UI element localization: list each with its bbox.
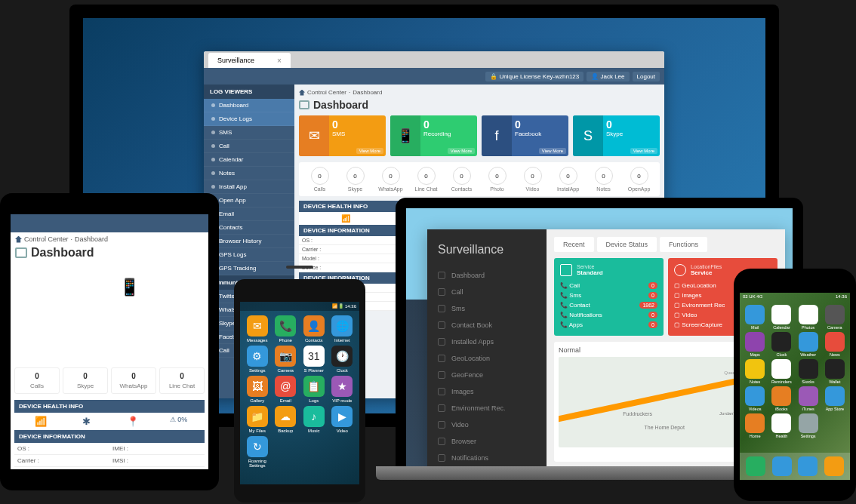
home-icon[interactable] — [15, 236, 22, 243]
nav-item[interactable]: Video — [427, 416, 547, 433]
app-video[interactable]: ▶Video — [330, 406, 356, 433]
stat-card-facebook[interactable]: f0FacebookView More — [14, 315, 107, 361]
logout-button[interactable]: Logout — [633, 72, 660, 81]
app-ibooks[interactable]: iBooks — [769, 386, 793, 411]
stat-circle[interactable]: 0Calls — [14, 367, 60, 394]
view-more-button[interactable]: View More — [539, 148, 566, 154]
nav-item[interactable]: GeoLocation — [427, 350, 547, 367]
tab[interactable]: Device Status — [597, 237, 657, 252]
stat-circle[interactable]: 0Skype — [339, 167, 371, 192]
app-phone[interactable]: 📞Phone — [273, 315, 299, 343]
app-settings[interactable]: ⚙Settings — [245, 346, 270, 373]
sidebar-item[interactable]: Calendar — [204, 153, 294, 167]
nav-item[interactable]: Browser — [427, 433, 547, 450]
app-health[interactable]: Health — [769, 413, 793, 438]
app-contacts[interactable]: 👤Contacts — [301, 315, 327, 343]
nav-item[interactable]: Environment Rec. — [427, 400, 547, 416]
stat-card-recording[interactable]: 📱0RecordingView More — [111, 264, 204, 311]
view-more-button[interactable]: View More — [72, 300, 104, 308]
sidebar-item[interactable]: SMS — [204, 126, 294, 140]
app-settings[interactable]: Settings — [796, 413, 821, 438]
dock-app-icon[interactable] — [772, 456, 792, 476]
app-camera[interactable]: 📷Camera — [273, 346, 299, 373]
app-gallery[interactable]: 🖼Gallery — [245, 376, 270, 403]
app-clock[interactable]: Clock — [769, 332, 793, 357]
app-notes[interactable]: Notes — [743, 359, 767, 384]
sidebar-item[interactable]: Device Logs — [204, 112, 294, 126]
stat-card-skype[interactable]: S0SkypeView More — [573, 115, 660, 156]
tab[interactable]: Functions — [660, 237, 707, 252]
app-stocks[interactable]: Stocks — [796, 359, 821, 384]
user-chip[interactable]: 👤 Jack Lee — [587, 72, 629, 81]
stat-circle[interactable]: 0Contacts — [445, 167, 478, 192]
nav-item[interactable]: Contact Book — [427, 317, 547, 333]
stat-circle[interactable]: 0Notes — [587, 167, 620, 192]
app-mail[interactable]: Mail — [743, 305, 767, 330]
nav-item[interactable]: Installed Apps — [427, 333, 547, 350]
nav-item[interactable]: GeoFence — [427, 367, 547, 383]
view-more-button[interactable]: View More — [356, 148, 383, 154]
service-card-standard[interactable]: ServiceStandard 📞 Call0📞 Sms0📞 Contact18… — [554, 258, 664, 336]
app-reminders[interactable]: Reminders — [769, 359, 793, 384]
stat-circle[interactable]: 0InstalApp — [552, 167, 584, 192]
stat-circle[interactable]: 0Line Chat — [410, 167, 442, 192]
app-internet[interactable]: 🌐Internet — [330, 315, 356, 343]
sidebar-item[interactable]: Dashboard — [204, 99, 294, 112]
view-more-button[interactable]: View More — [72, 350, 104, 358]
app-app-store[interactable]: App Store — [823, 386, 847, 411]
stat-circle[interactable]: 0Video — [516, 167, 549, 192]
stat-circle[interactable]: 0WhatsApp — [111, 367, 156, 394]
app-itunes[interactable]: iTunes — [796, 386, 821, 411]
tablet-header — [11, 214, 208, 232]
nav-item[interactable]: Images — [427, 383, 547, 400]
nav-item[interactable]: Call — [427, 284, 547, 300]
stat-circle[interactable]: 0WhatsApp — [374, 167, 407, 192]
stat-card-sms[interactable]: ✉0SMSView More — [299, 115, 386, 156]
app-vip-mode[interactable]: ★VIP mode — [330, 376, 356, 403]
app-videos[interactable]: Videos — [743, 386, 767, 411]
app-music[interactable]: ♪Music — [301, 406, 327, 433]
dock-app-icon[interactable] — [746, 456, 765, 476]
app-s-planner[interactable]: 31S Planner — [301, 346, 327, 373]
app-email[interactable]: @Email — [273, 376, 299, 403]
stat-circle[interactable]: 0OpenApp — [623, 167, 655, 192]
app-wallet[interactable]: Wallet — [823, 359, 847, 384]
stat-card-skype[interactable]: S0SkypeView More — [111, 315, 204, 361]
stat-circle[interactable]: 0Line Chat — [159, 367, 205, 394]
app-my-files[interactable]: 📁My Files — [245, 406, 270, 433]
app-roaming-settings[interactable]: ↻Roaming Settings — [245, 436, 270, 468]
app-messages[interactable]: ✉Messages — [245, 315, 270, 343]
stat-card-recording[interactable]: 📱0RecordingView More — [390, 115, 477, 156]
dock-app-icon[interactable] — [824, 456, 844, 476]
stat-card-sms[interactable]: ✉0SMSView More — [14, 264, 107, 311]
app-home[interactable]: Home — [743, 413, 767, 438]
stat-circle[interactable]: 0Photo — [481, 167, 513, 192]
close-icon[interactable]: × — [277, 57, 282, 65]
view-more-button[interactable]: View More — [448, 148, 475, 154]
stat-card-facebook[interactable]: f0FacebookView More — [482, 115, 568, 156]
browser-tab[interactable]: Surveillance× — [208, 53, 291, 68]
sidebar-item[interactable]: Install App — [204, 180, 294, 194]
app-camera[interactable]: Camera — [823, 305, 847, 330]
app-photos[interactable]: Photos — [796, 305, 821, 330]
nav-item[interactable]: Dashboard — [427, 267, 547, 284]
sidebar-item[interactable]: Notes — [204, 167, 294, 180]
home-icon[interactable] — [299, 90, 305, 96]
app-clock[interactable]: 🕐Clock — [330, 346, 356, 373]
app-weather[interactable]: Weather — [796, 332, 821, 357]
nav-item[interactable]: Notifications — [427, 450, 547, 466]
stat-circle[interactable]: 0Skype — [63, 367, 108, 394]
app-calendar[interactable]: Calendar — [769, 305, 793, 330]
view-more-button[interactable]: View More — [168, 300, 201, 308]
view-more-button[interactable]: View More — [168, 350, 201, 358]
sidebar-item[interactable]: Call — [204, 140, 294, 153]
stat-circle[interactable]: 0Calls — [303, 167, 336, 192]
app-news[interactable]: News — [823, 332, 847, 357]
view-more-button[interactable]: View More — [630, 148, 657, 154]
tab[interactable]: Recent — [554, 237, 594, 252]
app-backup[interactable]: ☁Backup — [273, 406, 299, 433]
app-maps[interactable]: Maps — [743, 332, 767, 357]
nav-item[interactable]: Sms — [427, 300, 547, 317]
dock-app-icon[interactable] — [798, 456, 818, 476]
app-logs[interactable]: 📋Logs — [301, 376, 327, 403]
